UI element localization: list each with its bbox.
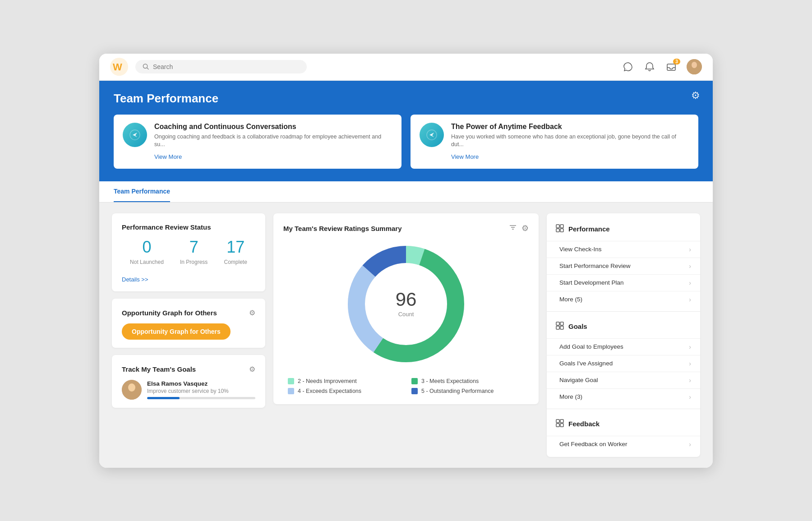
coaching-card-body: Coaching and Continuous Conversations On… bbox=[154, 123, 392, 161]
goal-progress-fill bbox=[147, 397, 180, 399]
svg-rect-31 bbox=[556, 424, 559, 427]
tab-team-performance[interactable]: Team Performance bbox=[114, 181, 170, 202]
track-goals-title: Track My Team's Goals bbox=[122, 365, 196, 373]
menu-add-goal[interactable]: Add Goal to Employees › bbox=[547, 338, 700, 355]
track-goals-gear-icon[interactable]: ⚙ bbox=[249, 365, 255, 373]
right-divider-2 bbox=[547, 409, 700, 409]
menu-get-feedback[interactable]: Get Feedback on Worker › bbox=[547, 436, 700, 452]
svg-point-11 bbox=[128, 383, 135, 392]
inbox-badge: 3 bbox=[673, 59, 680, 65]
menu-more-performance[interactable]: More (5) › bbox=[547, 291, 700, 308]
user-avatar[interactable] bbox=[687, 59, 702, 74]
legend-dot-outstanding bbox=[411, 388, 418, 394]
left-column: Performance Review Status 0 Not Launched… bbox=[112, 213, 265, 408]
svg-rect-24 bbox=[560, 229, 563, 232]
svg-rect-21 bbox=[556, 225, 559, 228]
right-goals-label: Goals bbox=[568, 323, 587, 330]
svg-rect-30 bbox=[560, 420, 563, 423]
filter-icon[interactable] bbox=[509, 223, 517, 234]
menu-goals-assigned[interactable]: Goals I've Assigned › bbox=[547, 355, 700, 372]
right-column: Performance View Check-Ins › Start Perfo… bbox=[547, 213, 700, 457]
perf-stats: 0 Not Launched 7 In Progress 17 Complete bbox=[122, 239, 255, 265]
feedback-card-desc: Have you worked with someone who has don… bbox=[451, 133, 689, 149]
svg-rect-22 bbox=[560, 225, 563, 228]
chevron-icon: › bbox=[689, 393, 691, 401]
svg-rect-32 bbox=[560, 424, 563, 427]
chevron-icon: › bbox=[689, 441, 691, 448]
svg-text:W: W bbox=[113, 61, 122, 73]
coaching-icon bbox=[123, 123, 147, 147]
menu-navigate-goal[interactable]: Navigate Goal › bbox=[547, 372, 700, 388]
bell-icon-btn[interactable] bbox=[643, 60, 656, 73]
legend-label-outstanding: 5 - Outstanding Performance bbox=[421, 388, 494, 394]
svg-rect-28 bbox=[560, 326, 563, 329]
goal-info: Elsa Ramos Vasquez Improve customer serv… bbox=[147, 380, 255, 399]
menu-start-performance-review[interactable]: Start Performance Review › bbox=[547, 258, 700, 274]
donut-count-label: Count bbox=[396, 311, 417, 318]
legend-needs-improvement: 2 - Needs Improvement bbox=[288, 378, 401, 384]
svg-rect-29 bbox=[556, 420, 559, 423]
menu-more-goals[interactable]: More (3) › bbox=[547, 388, 700, 405]
header-card-coaching: Coaching and Continuous Conversations On… bbox=[114, 115, 401, 169]
header-cards: Coaching and Continuous Conversations On… bbox=[114, 115, 698, 169]
header-card-feedback: The Power of Anytime Feedback Have you w… bbox=[411, 115, 698, 169]
coaching-title: Coaching and Continuous Conversations bbox=[154, 123, 392, 131]
legend-outstanding: 5 - Outstanding Performance bbox=[411, 388, 524, 394]
ratings-card-icons: ⚙ bbox=[509, 223, 529, 234]
legend-label-exceeds-expectations: 4 - Exceeds Expectations bbox=[298, 388, 361, 394]
performance-section-icon bbox=[556, 224, 564, 234]
legend-dot-needs-improvement bbox=[288, 378, 294, 384]
coaching-view-more[interactable]: View More bbox=[154, 153, 182, 160]
donut-chart-container: 96 Count bbox=[283, 241, 529, 367]
svg-rect-27 bbox=[556, 326, 559, 329]
in-progress-label: In Progress bbox=[180, 259, 208, 265]
not-launched-label: Not Launched bbox=[130, 259, 164, 265]
legend-label-meets-expectations: 3 - Meets Expectations bbox=[421, 378, 479, 384]
feedback-card-title: The Power of Anytime Feedback bbox=[451, 123, 689, 131]
feedback-card-icon bbox=[420, 123, 444, 147]
search-icon bbox=[143, 63, 149, 70]
workday-logo[interactable]: W bbox=[110, 58, 128, 76]
goal-progress-bar bbox=[147, 397, 255, 399]
right-goals-section: Goals bbox=[547, 315, 700, 338]
goal-description: Improve customer service by 10% bbox=[147, 388, 255, 394]
svg-rect-4 bbox=[667, 64, 675, 70]
feedback-section-icon bbox=[556, 419, 564, 429]
chat-icon-btn[interactable] bbox=[622, 60, 634, 73]
opp-card-header: Opportunity Graph for Others ⚙ bbox=[122, 309, 255, 317]
not-launched-num: 0 bbox=[130, 239, 164, 255]
goal-item: Elsa Ramos Vasquez Improve customer serv… bbox=[122, 380, 255, 400]
chevron-icon: › bbox=[689, 296, 691, 303]
inbox-icon-btn[interactable]: 3 bbox=[665, 60, 678, 73]
track-goals-header: Track My Team's Goals ⚙ bbox=[122, 365, 255, 373]
performance-review-status-card: Performance Review Status 0 Not Launched… bbox=[112, 213, 265, 291]
header-gear-icon[interactable]: ⚙ bbox=[691, 90, 700, 101]
in-progress-num: 7 bbox=[180, 239, 208, 255]
opp-gear-icon[interactable]: ⚙ bbox=[249, 309, 255, 317]
legend-meets-expectations: 3 - Meets Expectations bbox=[411, 378, 524, 384]
not-launched-stat: 0 Not Launched bbox=[130, 239, 164, 265]
blue-header: Team Performance ⚙ Coaching and Continuo… bbox=[99, 81, 713, 181]
chevron-icon: › bbox=[689, 279, 691, 286]
settings-icon[interactable]: ⚙ bbox=[521, 223, 529, 234]
menu-start-development-plan[interactable]: Start Development Plan › bbox=[547, 274, 700, 291]
search-bar bbox=[135, 60, 307, 74]
ratings-summary-title: My Team's Review Ratings Summary bbox=[283, 225, 402, 232]
right-feedback-title: Feedback bbox=[556, 419, 691, 429]
details-link[interactable]: Details >> bbox=[122, 276, 148, 283]
search-input[interactable] bbox=[153, 63, 300, 70]
ratings-summary-card: My Team's Review Ratings Summary ⚙ bbox=[273, 213, 539, 404]
right-goals-title: Goals bbox=[556, 322, 691, 331]
goal-person-name: Elsa Ramos Vasquez bbox=[147, 380, 255, 387]
feedback-view-more[interactable]: View More bbox=[451, 153, 479, 160]
feedback-card-body: The Power of Anytime Feedback Have you w… bbox=[451, 123, 689, 161]
right-feedback-label: Feedback bbox=[568, 420, 600, 428]
top-nav: W bbox=[99, 54, 713, 81]
app-frame: W bbox=[99, 54, 713, 468]
opp-graph-button[interactable]: Opportunity Graph for Others bbox=[122, 323, 231, 340]
donut-center: 96 Count bbox=[396, 290, 417, 318]
menu-view-checkins[interactable]: View Check-Ins › bbox=[547, 241, 700, 258]
complete-label: Complete bbox=[224, 259, 247, 265]
legend-exceeds-expectations: 4 - Exceeds Expectations bbox=[288, 388, 401, 394]
tabs-bar: Team Performance bbox=[99, 181, 713, 203]
